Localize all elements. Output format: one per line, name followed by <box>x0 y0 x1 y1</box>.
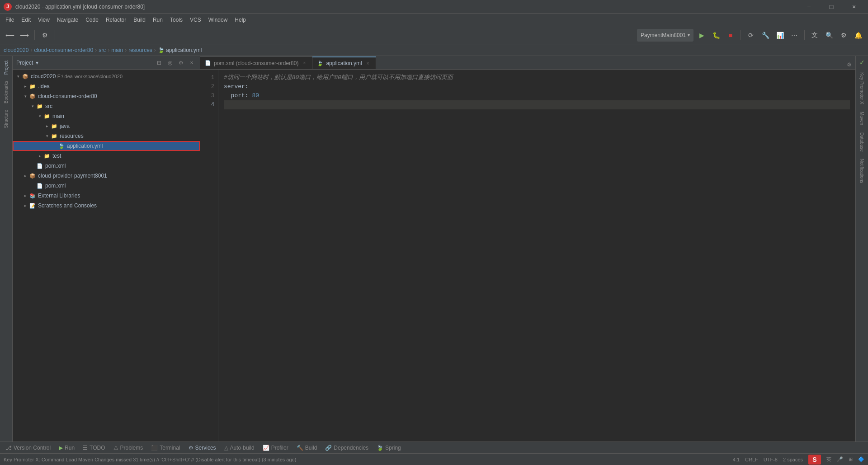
right-keypromoter-btn[interactable]: Key Promoter X <box>858 69 866 108</box>
toolbar-gradle-btn[interactable]: 🔧 <box>759 29 772 42</box>
sidebar-bookmarks-icon[interactable]: Bookmarks <box>2 78 10 106</box>
tree-label-test: test <box>52 153 200 159</box>
app-logo: J <box>4 3 12 11</box>
toolbar-stop-btn[interactable]: ■ <box>724 29 737 42</box>
bottom-problems[interactable]: ⚠ Problems <box>110 444 147 452</box>
tree-item-resources[interactable]: 📁 resources <box>13 131 200 141</box>
bottom-terminal[interactable]: ⬛ Terminal <box>147 444 184 452</box>
tree-item-pom-provider[interactable]: 📄 pom.xml <box>13 181 200 191</box>
toolbar-notifications-btn[interactable]: 🔔 <box>852 29 864 42</box>
status-indent[interactable]: 2 spaces <box>783 457 803 462</box>
project-dropdown-icon[interactable]: ▾ <box>36 60 38 66</box>
tree-item-test[interactable]: 📁 test <box>13 151 200 161</box>
toolbar-translate-btn[interactable]: 文 <box>808 29 821 42</box>
tree-item-pom-consumer[interactable]: 📄 pom.xml <box>13 161 200 171</box>
menu-view[interactable]: View <box>34 15 53 25</box>
tree-item-idea[interactable]: 📁 .idea <box>13 81 200 91</box>
profiler-icon: 📈 <box>263 445 269 451</box>
bottom-spring[interactable]: 🍃 Spring <box>373 444 405 452</box>
tab-pom-close[interactable]: × <box>301 60 307 66</box>
menu-file[interactable]: File <box>2 15 18 25</box>
menu-tools[interactable]: Tools <box>166 15 186 25</box>
editor-content[interactable]: 1 2 3 4 #访问一个网站时，默认是80端口，给用户80端口，用户就可以不用… <box>200 70 855 442</box>
tree-item-scratches[interactable]: 📝 Scratches and Consoles <box>13 201 200 211</box>
breadcrumb-root[interactable]: cloud2020 <box>4 47 28 53</box>
tab-pom-xml[interactable]: 📄 pom.xml (cloud-consumer-order80) × <box>200 56 312 69</box>
menu-navigate[interactable]: Navigate <box>53 15 82 25</box>
maximize-button[interactable]: □ <box>821 0 842 14</box>
toolbar-refresh-btn[interactable]: ⟳ <box>745 29 757 42</box>
right-database-btn[interactable]: Database <box>858 129 866 155</box>
toolbar-forward-btn[interactable]: ⟶ <box>18 29 31 42</box>
tree-item-consumer[interactable]: 📦 cloud-consumer-order80 <box>13 91 200 101</box>
menu-refactor[interactable]: Refactor <box>102 15 130 25</box>
toolbar-more-btn[interactable]: ⋯ <box>788 29 801 42</box>
window-controls: − □ × <box>798 0 864 14</box>
bottom-build[interactable]: 🔨 Build <box>293 444 321 452</box>
menu-build[interactable]: Build <box>130 15 149 25</box>
tree-item-cloud2020[interactable]: 📦 cloud2020 E:\idea-workspace\cloud2020 <box>13 71 200 81</box>
title-bar: J cloud2020 - application.yml [cloud-con… <box>0 0 868 14</box>
toolbar-settings2-btn[interactable]: ⚙ <box>837 29 850 42</box>
tree-item-src[interactable]: 📁 src <box>13 101 200 111</box>
autobuild-icon: △ <box>224 445 228 451</box>
tab-yml-close[interactable]: × <box>365 60 371 66</box>
right-checkmark-btn[interactable]: ✓ <box>856 56 868 69</box>
tree-label-resources: resources <box>60 133 200 139</box>
menu-code[interactable]: Code <box>82 15 102 25</box>
tree-item-java[interactable]: 📁 java <box>13 121 200 131</box>
code-editor[interactable]: #访问一个网站时，默认是80端口，给用户80端口，用户就可以不用加端口直接访问页… <box>218 70 855 442</box>
tree-item-provider[interactable]: 📦 cloud-provider-payment8001 <box>13 171 200 181</box>
right-notifications-btn[interactable]: Notifications <box>858 155 866 187</box>
sidebar-structure-icon[interactable]: Structure <box>2 107 10 131</box>
status-line-ending[interactable]: CRLF <box>745 457 758 462</box>
line-num-4: 4 <box>200 100 218 109</box>
menu-run[interactable]: Run <box>149 15 166 25</box>
right-maven-btn[interactable]: Maven <box>858 108 866 129</box>
toolbar-search-btn[interactable]: 🔍 <box>823 29 835 42</box>
todo-icon: ☰ <box>83 445 88 451</box>
tab-application-yml[interactable]: 🍃 application.yml × <box>312 56 376 69</box>
toolbar-back-btn[interactable]: ⟵ <box>4 29 16 42</box>
status-position[interactable]: 4:1 <box>733 457 740 462</box>
close-button[interactable]: × <box>844 0 864 14</box>
toolbar-coverage-btn[interactable]: 📊 <box>774 29 786 42</box>
toolbar-debug-btn[interactable]: 🐛 <box>710 29 722 42</box>
code-line-3: port: 80 <box>224 91 850 100</box>
status-encoding[interactable]: UTF-8 <box>764 457 778 462</box>
tree-item-application-yml[interactable]: 🍃 application.yml <box>13 141 200 151</box>
bottom-todo[interactable]: ☰ TODO <box>79 444 108 452</box>
panel-close-btn[interactable]: × <box>187 58 196 67</box>
breadcrumb-module[interactable]: cloud-consumer-order80 <box>34 47 93 53</box>
bottom-services[interactable]: ⚙ Services <box>185 444 220 452</box>
toolbar-sep-2 <box>55 30 55 40</box>
tree-label-provider: cloud-provider-payment8001 <box>38 173 200 179</box>
bottom-dependencies[interactable]: 🔗 Dependencies <box>321 444 372 452</box>
toolbar-run-btn[interactable]: ▶ <box>695 29 708 42</box>
minimize-button[interactable]: − <box>798 0 819 14</box>
tree-item-main[interactable]: 📁 main <box>13 111 200 121</box>
tree-icon-src: 📁 <box>36 103 43 110</box>
project-tree[interactable]: 📦 cloud2020 E:\idea-workspace\cloud2020 … <box>13 70 200 442</box>
panel-settings-btn[interactable]: ⚙ <box>176 58 185 67</box>
menu-edit[interactable]: Edit <box>18 15 34 25</box>
project-panel-title: Project ▾ <box>16 60 38 66</box>
breadcrumb-src[interactable]: src <box>99 47 106 53</box>
run-config-selector[interactable]: PaymentMain8001 <box>637 29 693 42</box>
breadcrumb-main[interactable]: main <box>111 47 123 53</box>
tab-settings-btn[interactable]: ⚙ <box>844 60 854 69</box>
menu-window[interactable]: Window <box>205 15 231 25</box>
menu-help[interactable]: Help <box>231 15 250 25</box>
collapse-all-btn[interactable]: ⊟ <box>155 58 164 67</box>
toolbar-settings-btn[interactable]: ⚙ <box>38 29 51 42</box>
bottom-run[interactable]: ▶ Run <box>55 444 78 452</box>
breadcrumb-resources[interactable]: resources <box>128 47 152 53</box>
tree-item-ext-libraries[interactable]: 📚 External Libraries <box>13 191 200 201</box>
bottom-version-control[interactable]: ⎇ Version Control <box>2 444 54 452</box>
bottom-autobuild[interactable]: △ Auto-build <box>221 444 258 452</box>
tabs-right: ⚙ <box>844 60 855 69</box>
menu-vcs[interactable]: VCS <box>186 15 205 25</box>
sidebar-project-icon[interactable]: Project <box>2 58 10 77</box>
bottom-profiler[interactable]: 📈 Profiler <box>259 444 292 452</box>
locate-file-btn[interactable]: ◎ <box>165 58 175 67</box>
